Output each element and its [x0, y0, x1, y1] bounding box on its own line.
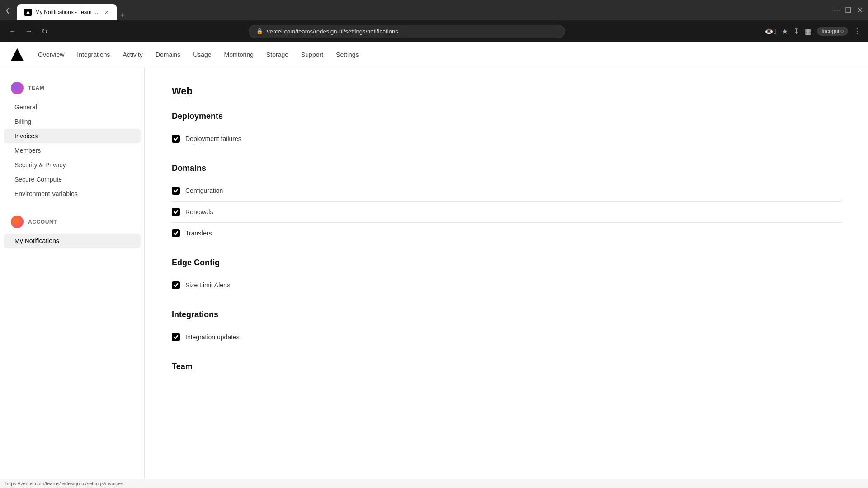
- sidebar-item-billing[interactable]: Billing: [4, 114, 141, 129]
- size-limit-alerts-checkbox[interactable]: [172, 281, 180, 289]
- nav-settings[interactable]: Settings: [330, 47, 364, 62]
- tab-close-button[interactable]: ×: [104, 8, 109, 17]
- integrations-section: Integrations Integration updates: [172, 310, 841, 347]
- renewals-label: Renewals: [185, 208, 213, 216]
- window-controls: — ☐ ✕: [832, 6, 863, 14]
- size-limit-alerts-row: Size Limit Alerts: [172, 275, 841, 296]
- account-section-label: ACCOUNT: [28, 219, 57, 225]
- deployment-failures-checkbox[interactable]: [172, 135, 180, 143]
- new-tab-button[interactable]: +: [117, 11, 129, 20]
- edge-config-section: Edge Config Size Limit Alerts: [172, 258, 841, 296]
- team-avatar: [11, 82, 24, 94]
- integration-updates-row: Integration updates: [172, 327, 841, 347]
- team-section: Team: [172, 362, 841, 371]
- svg-marker-0: [26, 10, 30, 14]
- status-bar: https://vercel.com/teams/redesign-ui/set…: [0, 479, 868, 488]
- sidebar-item-security-privacy[interactable]: Security & Privacy: [4, 158, 141, 172]
- account-section-header: ACCOUNT: [0, 212, 144, 232]
- url-bar[interactable]: 🔒 vercel.com/teams/redesign-ui/settings/…: [249, 25, 565, 38]
- configuration-row: Configuration: [172, 180, 841, 202]
- lock-icon: 🔒: [256, 28, 263, 34]
- forward-button[interactable]: →: [24, 25, 34, 37]
- deployments-section: Deployments Deployment failures: [172, 112, 841, 149]
- download-icon[interactable]: ↧: [793, 27, 799, 36]
- sidebar-item-env-variables[interactable]: Environment Variables: [4, 187, 141, 201]
- address-bar: ← → ↻ 🔒 vercel.com/teams/redesign-ui/set…: [0, 20, 868, 42]
- status-url: https://vercel.com/teams/redesign-ui/set…: [5, 481, 123, 486]
- sidebar-divider: [0, 201, 144, 212]
- main-layout: TEAM General Billing Invoices Members Se…: [0, 67, 868, 488]
- tab-strip-controls[interactable]: ❮: [5, 7, 10, 14]
- domains-title: Domains: [172, 164, 841, 173]
- nav-activity[interactable]: Activity: [118, 47, 148, 62]
- sidebar-item-general[interactable]: General: [4, 100, 141, 114]
- account-avatar: [11, 216, 24, 228]
- edge-config-title: Edge Config: [172, 258, 841, 267]
- more-menu-button[interactable]: ⋮: [854, 27, 861, 36]
- eye-off-icon: 👁️​⃠: [764, 27, 776, 36]
- transfers-checkbox[interactable]: [172, 229, 180, 237]
- sidebar-item-invoices[interactable]: Invoices: [4, 129, 141, 143]
- nav-domains[interactable]: Domains: [150, 47, 186, 62]
- domains-section: Domains Configuration Renewals Transfers: [172, 164, 841, 244]
- integration-updates-checkbox[interactable]: [172, 333, 180, 341]
- close-button[interactable]: ✕: [857, 6, 863, 14]
- deployment-failures-row: Deployment failures: [172, 128, 841, 149]
- team-title: Team: [172, 362, 841, 371]
- refresh-button[interactable]: ↻: [40, 25, 49, 38]
- transfers-row: Transfers: [172, 223, 841, 244]
- transfers-label: Transfers: [185, 230, 212, 237]
- main-content: Web Deployments Deployment failures Doma…: [145, 67, 868, 488]
- split-view-icon[interactable]: ▦: [805, 27, 811, 36]
- nav-overview[interactable]: Overview: [33, 47, 70, 62]
- maximize-button[interactable]: ☐: [845, 6, 851, 14]
- integrations-title: Integrations: [172, 310, 841, 319]
- configuration-checkbox[interactable]: [172, 187, 180, 195]
- team-section-label: TEAM: [28, 85, 44, 91]
- back-button[interactable]: ←: [7, 25, 18, 37]
- browser-chrome: ❮ My Notifications - Team Settin... × + …: [0, 0, 868, 20]
- tab-favicon: [24, 9, 32, 16]
- nav-support[interactable]: Support: [296, 47, 329, 62]
- active-tab[interactable]: My Notifications - Team Settin... ×: [17, 4, 117, 20]
- sidebar-item-my-notifications[interactable]: My Notifications: [4, 234, 141, 248]
- tab-title: My Notifications - Team Settin...: [35, 9, 100, 15]
- nav-usage[interactable]: Usage: [188, 47, 217, 62]
- nav-integrations[interactable]: Integrations: [71, 47, 115, 62]
- renewals-checkbox[interactable]: [172, 208, 180, 216]
- page-title: Web: [172, 85, 841, 97]
- renewals-row: Renewals: [172, 202, 841, 223]
- configuration-label: Configuration: [185, 187, 223, 194]
- app-nav: Overview Integrations Activity Domains U…: [0, 42, 868, 67]
- incognito-badge: Incognito: [817, 27, 848, 36]
- vercel-logo: [11, 48, 24, 61]
- nav-storage[interactable]: Storage: [261, 47, 294, 62]
- team-section-header: TEAM: [0, 78, 144, 98]
- nav-monitoring[interactable]: Monitoring: [219, 47, 259, 62]
- deployment-failures-label: Deployment failures: [185, 135, 241, 142]
- integration-updates-label: Integration updates: [185, 333, 240, 341]
- url-text: vercel.com/teams/redesign-ui/settings/no…: [267, 28, 398, 35]
- deployments-title: Deployments: [172, 112, 841, 121]
- size-limit-alerts-label: Size Limit Alerts: [185, 282, 231, 289]
- sidebar-item-secure-compute[interactable]: Secure Compute: [4, 172, 141, 187]
- sidebar: TEAM General Billing Invoices Members Se…: [0, 67, 145, 488]
- address-actions: 👁️​⃠ ★ ↧ ▦ Incognito ⋮: [764, 27, 861, 36]
- bookmark-icon[interactable]: ★: [782, 27, 788, 36]
- browser-tabs: My Notifications - Team Settin... × +: [17, 0, 829, 20]
- minimize-button[interactable]: —: [832, 6, 840, 14]
- sidebar-item-members[interactable]: Members: [4, 143, 141, 158]
